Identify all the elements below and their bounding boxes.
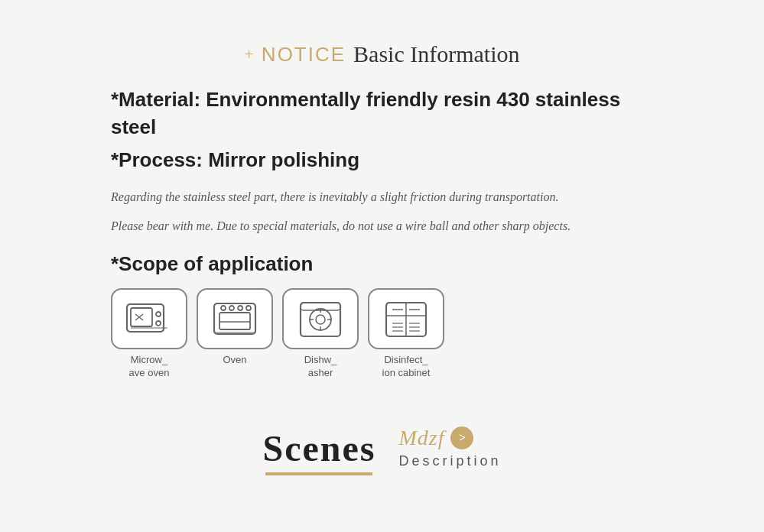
material-line: *Material: Environmentally friendly resi… — [111, 86, 653, 141]
svg-rect-15 — [301, 303, 340, 336]
svg-point-3 — [156, 321, 161, 326]
microwave-icon-box — [111, 288, 187, 349]
description-text: Description — [398, 453, 501, 469]
microwave-label: Microw_ave oven — [129, 354, 170, 380]
disinfection-icon — [382, 299, 431, 339]
icon-item-dishwasher: Dishw_asher — [282, 288, 359, 380]
italic-note-2: Please bear with me. Due to special mate… — [111, 216, 653, 236]
oven-label: Oven — [223, 354, 246, 367]
dishwasher-icon — [296, 299, 345, 339]
icon-item-oven: Oven — [197, 288, 273, 367]
mdzf-text: Mdzf — [398, 426, 444, 450]
scenes-block: Scenes — [262, 427, 375, 475]
page-container: + NOTICE Basic Information *Material: En… — [0, 0, 764, 532]
process-line: *Process: Mirror polishing — [111, 146, 653, 174]
main-content: *Material: Environmentally friendly resi… — [0, 67, 764, 380]
mdzf-arrow: > — [450, 427, 473, 449]
italic-note-1: Regarding the stainless steel part, ther… — [111, 187, 653, 207]
scenes-underline — [265, 472, 372, 475]
bottom-section: Scenes Mdzf > Description — [0, 426, 764, 491]
header-row: + NOTICE Basic Information — [0, 0, 764, 67]
svg-point-12 — [246, 306, 251, 310]
svg-point-11 — [238, 306, 242, 310]
oven-icon-box — [197, 288, 273, 349]
oven-icon — [210, 299, 259, 339]
basic-info-label: Basic Information — [353, 41, 519, 67]
dishwasher-icon-box — [282, 288, 359, 349]
svg-rect-8 — [219, 313, 250, 329]
mdzf-block: Mdzf > Description — [398, 426, 501, 475]
icons-row: Microw_ave oven Oven — [111, 288, 653, 380]
svg-point-10 — [229, 306, 234, 310]
plus-symbol: + — [244, 44, 253, 64]
microwave-icon — [125, 299, 174, 339]
dishwasher-label: Dishw_asher — [304, 354, 337, 380]
disinfection-label: Disinfect_ion cabinet — [382, 354, 431, 380]
svg-rect-1 — [131, 308, 152, 326]
svg-point-9 — [221, 306, 226, 310]
notice-label: NOTICE — [262, 43, 346, 66]
mdzf-row: Mdzf > — [398, 426, 473, 450]
svg-point-17 — [316, 315, 325, 324]
scope-heading: *Scope of application — [111, 252, 653, 276]
icon-item-disinfection: Disinfect_ion cabinet — [368, 288, 444, 380]
icon-item-microwave: Microw_ave oven — [111, 288, 187, 380]
disinfection-icon-box — [368, 288, 444, 349]
svg-point-2 — [156, 312, 161, 316]
scenes-title: Scenes — [262, 427, 375, 469]
